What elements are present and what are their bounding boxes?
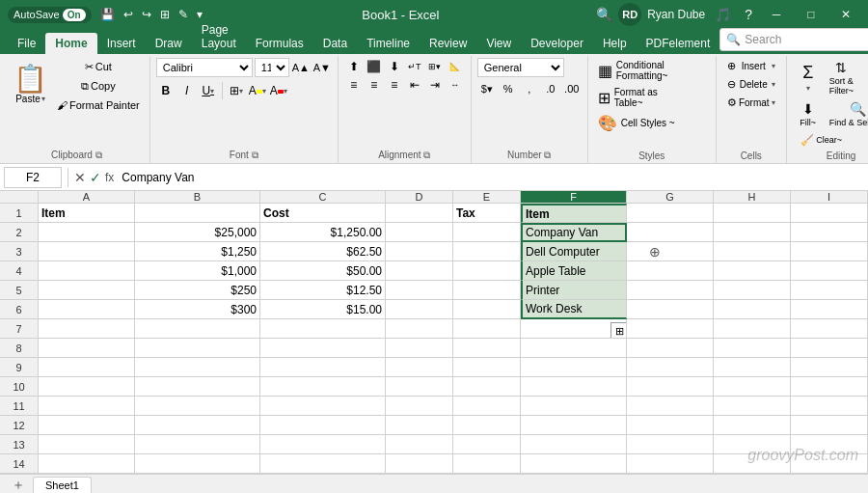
cell-h10[interactable] bbox=[714, 377, 791, 397]
font-expand-icon[interactable]: ⧉ bbox=[252, 150, 258, 160]
cell-b3[interactable]: $1,250 bbox=[135, 242, 260, 261]
cell-f13[interactable] bbox=[521, 435, 627, 454]
paste-options-btn[interactable]: ⊞ bbox=[610, 322, 627, 339]
font-size-select[interactable]: 11 bbox=[255, 58, 289, 77]
cell-h5[interactable] bbox=[714, 281, 791, 300]
cell-a7[interactable] bbox=[39, 319, 135, 339]
font-family-select[interactable]: Calibri bbox=[156, 58, 253, 77]
cell-d3[interactable] bbox=[386, 242, 453, 261]
cell-e10[interactable] bbox=[453, 377, 521, 397]
cell-c7[interactable] bbox=[260, 319, 386, 339]
cell-b11[interactable] bbox=[135, 397, 260, 416]
tab-view[interactable]: View bbox=[476, 33, 521, 54]
formula-input[interactable] bbox=[118, 169, 864, 186]
cell-d7[interactable] bbox=[386, 319, 453, 339]
cell-h1[interactable] bbox=[714, 204, 791, 223]
tab-home[interactable]: Home bbox=[45, 33, 96, 54]
user-avatar[interactable]: RD bbox=[618, 3, 641, 26]
align-middle-btn[interactable]: ⬛ bbox=[365, 58, 384, 75]
cell-d13[interactable] bbox=[386, 435, 453, 454]
cell-a8[interactable] bbox=[39, 339, 135, 358]
cell-e6[interactable] bbox=[453, 300, 521, 319]
cell-b12[interactable] bbox=[135, 416, 260, 435]
help-btn[interactable]: ? bbox=[741, 5, 756, 24]
col-header-g[interactable]: G bbox=[627, 191, 714, 204]
clear-btn[interactable]: 🧹 Clear~ bbox=[793, 131, 851, 149]
number-format-select[interactable]: General bbox=[477, 58, 564, 77]
cell-h3[interactable] bbox=[714, 242, 791, 261]
cell-a14[interactable] bbox=[39, 454, 135, 474]
cell-b4[interactable]: $1,000 bbox=[135, 261, 260, 281]
cell-d6[interactable] bbox=[386, 300, 453, 319]
increase-decimal-btn[interactable]: .00 bbox=[562, 80, 582, 97]
cell-g13[interactable] bbox=[627, 435, 714, 454]
confirm-formula-icon[interactable]: ✓ bbox=[90, 170, 101, 185]
cell-e9[interactable] bbox=[453, 358, 521, 377]
italic-btn[interactable]: I bbox=[177, 81, 197, 100]
cell-f14[interactable] bbox=[521, 454, 627, 474]
conditional-formatting-btn[interactable]: ▦ ConditionalFormatting~ bbox=[594, 58, 710, 83]
cell-a10[interactable] bbox=[39, 377, 135, 397]
cell-c10[interactable] bbox=[260, 377, 386, 397]
cell-h12[interactable] bbox=[714, 416, 791, 435]
center-align-btn[interactable]: ≡ bbox=[365, 76, 384, 94]
cell-d9[interactable] bbox=[386, 358, 453, 377]
cell-c13[interactable] bbox=[260, 435, 386, 454]
cell-c4[interactable]: $50.00 bbox=[260, 261, 386, 281]
cell-e8[interactable] bbox=[453, 339, 521, 358]
cell-e1[interactable]: Tax bbox=[453, 204, 521, 223]
increase-font-btn[interactable]: A▲ bbox=[291, 58, 311, 77]
cell-styles-btn[interactable]: 🎨 Cell Styles ~ bbox=[594, 112, 710, 134]
orientation-btn[interactable]: 📐 bbox=[446, 58, 465, 75]
cell-b9[interactable] bbox=[135, 358, 260, 377]
format-as-table-btn[interactable]: ⊞ Format asTable~ bbox=[594, 85, 710, 110]
cell-a6[interactable] bbox=[39, 300, 135, 319]
cell-d2[interactable] bbox=[386, 223, 453, 242]
cell-g7[interactable] bbox=[627, 319, 714, 339]
cell-i6[interactable] bbox=[791, 300, 868, 319]
cut-button[interactable]: ✂ Cut bbox=[53, 58, 144, 75]
col-header-h[interactable]: H bbox=[714, 191, 791, 204]
cell-i11[interactable] bbox=[791, 397, 868, 416]
cell-d8[interactable] bbox=[386, 339, 453, 358]
cell-i2[interactable] bbox=[791, 223, 868, 242]
cell-b10[interactable] bbox=[135, 377, 260, 397]
wrap-text-btn[interactable]: ↵T bbox=[405, 58, 424, 75]
font-color-btn[interactable]: A ▾ bbox=[269, 81, 288, 100]
bold-btn[interactable]: B bbox=[156, 81, 176, 100]
col-header-e[interactable]: E bbox=[453, 191, 521, 204]
cell-c3[interactable]: $62.50 bbox=[260, 242, 386, 261]
cell-c12[interactable] bbox=[260, 416, 386, 435]
sort-filter-btn[interactable]: ⇅ Sort &Filter~ bbox=[826, 58, 857, 97]
cell-h6[interactable] bbox=[714, 300, 791, 319]
col-header-a[interactable]: A bbox=[39, 191, 135, 204]
cell-h7[interactable] bbox=[714, 319, 791, 339]
cell-g10[interactable] bbox=[627, 377, 714, 397]
format-cells-btn[interactable]: ⚙ Format ▾ bbox=[722, 95, 780, 111]
merge-btn[interactable]: ⊞▾ bbox=[425, 58, 445, 75]
cell-a11[interactable] bbox=[39, 397, 135, 416]
cell-d12[interactable] bbox=[386, 416, 453, 435]
copy-button[interactable]: ⧉ Copy bbox=[53, 77, 144, 95]
cell-g4[interactable] bbox=[627, 261, 714, 281]
cell-b2[interactable]: $25,000 bbox=[135, 223, 260, 242]
cell-i13[interactable] bbox=[791, 435, 868, 454]
cell-a4[interactable] bbox=[39, 261, 135, 281]
cell-f3[interactable]: Dell Computer bbox=[521, 242, 627, 261]
ribbon-search-box[interactable]: 🔍 Search bbox=[719, 28, 868, 51]
cell-f1[interactable]: Item bbox=[521, 204, 627, 223]
tab-timeline[interactable]: Timeline bbox=[357, 33, 420, 54]
cell-i14[interactable] bbox=[791, 454, 868, 474]
decrease-indent-btn[interactable]: ⇤ bbox=[405, 76, 424, 94]
border-btn[interactable]: ⊞▾ bbox=[227, 81, 246, 100]
cancel-formula-icon[interactable]: ✕ bbox=[74, 170, 86, 185]
sheet-tab-sheet1[interactable]: Sheet1 bbox=[33, 477, 92, 494]
undo-qat-btn[interactable]: ↩ bbox=[121, 6, 136, 23]
cell-b13[interactable] bbox=[135, 435, 260, 454]
cell-f6[interactable]: Work Desk bbox=[521, 300, 627, 319]
maximize-btn[interactable]: □ bbox=[797, 0, 826, 29]
insert-function-icon[interactable]: fx bbox=[105, 171, 114, 184]
cell-a3[interactable] bbox=[39, 242, 135, 261]
save-qat-btn[interactable]: 💾 bbox=[97, 6, 118, 23]
insert-cells-btn[interactable]: ⊕ Insert ▾ bbox=[722, 58, 780, 74]
